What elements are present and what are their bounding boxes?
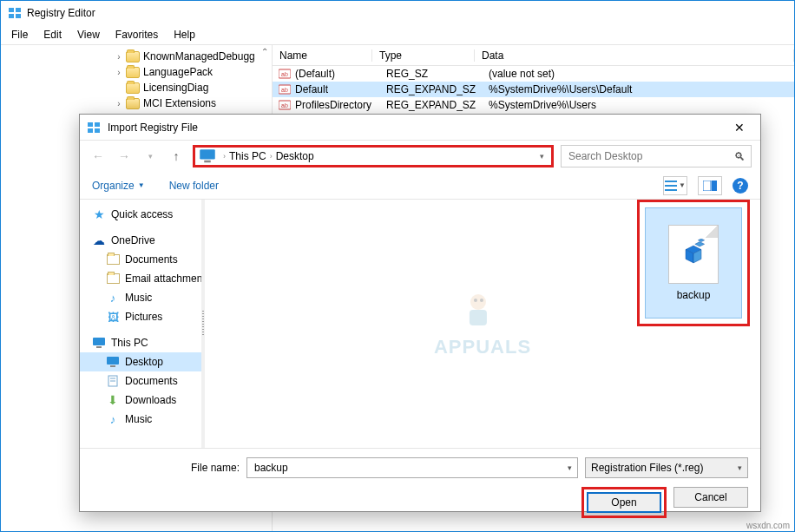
- col-name[interactable]: Name: [273, 49, 372, 62]
- watermark: APPUALS: [434, 289, 531, 358]
- new-folder-button[interactable]: New folder: [169, 180, 219, 192]
- nav-downloads[interactable]: ⬇Downloads: [80, 391, 201, 410]
- chevron-right-icon[interactable]: ›: [270, 152, 273, 161]
- nav-label: This PC: [111, 337, 148, 349]
- menu-view[interactable]: View: [70, 27, 107, 43]
- svg-rect-10: [88, 122, 93, 127]
- documents-icon: [106, 374, 120, 388]
- svg-rect-18: [665, 189, 677, 191]
- nav-pictures[interactable]: 🖼︎Pictures: [80, 307, 201, 326]
- breadcrumb-thispc[interactable]: This PC: [229, 150, 266, 162]
- nav-label: OneDrive: [111, 234, 155, 246]
- breadcrumb-dropdown-icon[interactable]: ▾: [540, 152, 544, 161]
- tree-scroll-up-icon[interactable]: ⌃: [261, 47, 268, 56]
- filter-label: Registration Files (*.reg): [591, 462, 738, 474]
- svg-rect-19: [703, 181, 711, 191]
- cell-data: %SystemDrive%\Users\Default: [489, 83, 794, 95]
- recent-locations-dropdown[interactable]: ▾: [141, 147, 160, 166]
- svg-text:ab: ab: [281, 71, 288, 77]
- list-row[interactable]: ab ProfilesDirectory REG_EXPAND_SZ %Syst…: [273, 97, 794, 113]
- dialog-titlebar: Import Registry File ✕: [80, 115, 760, 141]
- folder-icon: [106, 272, 120, 286]
- tree-item[interactable]: ›MCI Extensions: [1, 95, 272, 111]
- svg-rect-17: [665, 185, 677, 187]
- nav-music-pc[interactable]: ♪Music: [80, 410, 201, 429]
- filename-combobox[interactable]: ▾: [246, 457, 578, 478]
- tree-item[interactable]: LicensingDiag: [1, 80, 272, 95]
- nav-label: Pictures: [125, 311, 162, 323]
- help-button[interactable]: ?: [733, 178, 748, 194]
- cell-type: REG_SZ: [386, 68, 489, 80]
- breadcrumb-desktop[interactable]: Desktop: [276, 150, 314, 162]
- cancel-button[interactable]: Cancel: [673, 487, 748, 508]
- star-icon: ★: [92, 207, 106, 221]
- organize-button[interactable]: Organize ▼: [92, 180, 145, 192]
- dialog-nav-row: ← → ▾ ↑ › This PC › Desktop ▾ 🔍︎: [80, 141, 760, 172]
- svg-rect-21: [93, 338, 105, 345]
- menu-help[interactable]: Help: [167, 27, 202, 43]
- col-type[interactable]: Type: [372, 49, 475, 62]
- cloud-icon: ☁: [92, 233, 106, 247]
- file-item-backup[interactable]: backup: [645, 207, 742, 319]
- tree-item[interactable]: ›KnownManagedDebugg: [1, 49, 272, 64]
- search-icon[interactable]: 🔍︎: [734, 150, 746, 163]
- navigation-pane[interactable]: ★Quick access ☁OneDrive Documents Email …: [80, 200, 201, 448]
- back-button[interactable]: ←: [89, 147, 108, 166]
- breadcrumb-bar[interactable]: › This PC › Desktop ▾: [193, 145, 554, 167]
- svg-rect-0: [9, 8, 14, 12]
- filename-input[interactable]: [253, 461, 568, 475]
- organize-label: Organize: [92, 180, 135, 192]
- up-button[interactable]: ↑: [167, 147, 186, 166]
- nav-documents-pc[interactable]: Documents: [80, 371, 201, 391]
- import-registry-file-dialog: Import Registry File ✕ ← → ▾ ↑ › This PC…: [79, 114, 761, 512]
- nav-label: Documents: [125, 253, 178, 266]
- file-list-area[interactable]: APPUALS: [205, 200, 760, 448]
- menu-edit[interactable]: Edit: [36, 27, 69, 43]
- col-data[interactable]: Data: [475, 49, 794, 62]
- dialog-toolbar: Organize ▼ New folder ▼ ?: [80, 172, 760, 200]
- file-type-filter[interactable]: Registration Files (*.reg) ▾: [585, 457, 748, 478]
- file-name-label: backup: [677, 289, 711, 301]
- open-button-highlight: Open: [581, 487, 667, 518]
- forward-button[interactable]: →: [115, 147, 134, 166]
- search-box[interactable]: 🔍︎: [561, 145, 752, 167]
- nav-email-attachments[interactable]: Email attachmen: [80, 269, 201, 288]
- close-button[interactable]: ✕: [722, 115, 757, 140]
- expand-icon[interactable]: ›: [114, 99, 124, 108]
- chevron-down-icon[interactable]: ▾: [568, 463, 572, 472]
- svg-text:ab: ab: [281, 87, 288, 93]
- attribution-text: wsxdn.com: [746, 521, 790, 530]
- nav-music[interactable]: ♪Music: [80, 288, 201, 307]
- chevron-down-icon[interactable]: ▾: [738, 463, 742, 472]
- menu-file[interactable]: File: [4, 27, 35, 43]
- expand-icon[interactable]: ›: [114, 52, 124, 62]
- nav-quick-access[interactable]: ★Quick access: [80, 205, 201, 224]
- view-options-button[interactable]: ▼: [663, 176, 687, 195]
- list-row[interactable]: ab (Default) REG_SZ (value not set): [273, 66, 794, 82]
- chevron-right-icon[interactable]: ›: [223, 152, 226, 161]
- open-button[interactable]: Open: [587, 492, 661, 513]
- tree-item[interactable]: ›LanguagePack: [1, 64, 272, 80]
- chevron-down-icon: ▼: [138, 181, 145, 189]
- tree-label: MCI Extensions: [143, 97, 216, 109]
- expand-icon[interactable]: ›: [114, 68, 124, 77]
- svg-rect-11: [95, 122, 100, 127]
- svg-rect-2: [9, 14, 14, 18]
- svg-rect-15: [204, 161, 211, 163]
- nav-onedrive[interactable]: ☁OneDrive: [80, 231, 201, 250]
- nav-desktop[interactable]: Desktop: [80, 352, 201, 371]
- watermark-brand: APPUALS: [434, 336, 531, 358]
- nav-this-pc[interactable]: This PC: [80, 333, 201, 352]
- svg-rect-24: [110, 365, 115, 367]
- nav-documents[interactable]: Documents: [80, 250, 201, 269]
- svg-rect-22: [96, 346, 102, 348]
- svg-point-31: [480, 299, 483, 302]
- list-row[interactable]: ab Default REG_EXPAND_SZ %SystemDrive%\U…: [273, 82, 794, 97]
- cell-name: Default: [295, 83, 386, 95]
- pictures-icon: 🖼︎: [106, 310, 120, 324]
- cell-type: REG_EXPAND_SZ: [386, 83, 489, 95]
- cell-name: (Default): [295, 68, 386, 80]
- search-input[interactable]: [567, 149, 734, 163]
- preview-pane-button[interactable]: [698, 176, 722, 195]
- menu-favorites[interactable]: Favorites: [108, 27, 165, 43]
